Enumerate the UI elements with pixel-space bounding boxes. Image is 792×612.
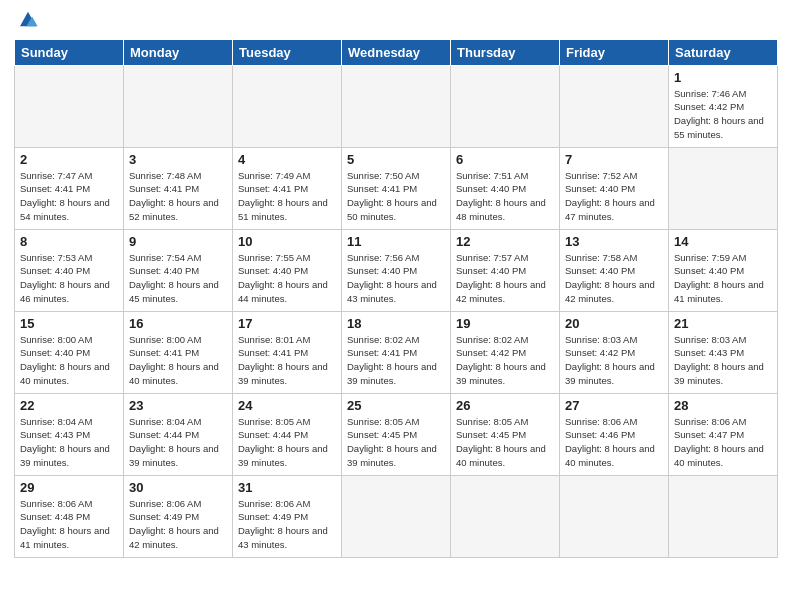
day-number: 13 (565, 234, 663, 249)
calendar-cell: 19Sunrise: 8:02 AMSunset: 4:42 PMDayligh… (451, 311, 560, 393)
calendar-week-3: 8Sunrise: 7:53 AMSunset: 4:40 PMDaylight… (15, 229, 778, 311)
day-number: 30 (129, 480, 227, 495)
sunrise-label: Sunrise: 7:49 AM (238, 170, 310, 181)
calendar-cell: 22Sunrise: 8:04 AMSunset: 4:43 PMDayligh… (15, 393, 124, 475)
day-info: Sunrise: 8:05 AMSunset: 4:45 PMDaylight:… (347, 415, 445, 470)
daylight-label: Daylight: 8 hours and 39 minutes. (238, 443, 328, 468)
day-info: Sunrise: 7:58 AMSunset: 4:40 PMDaylight:… (565, 251, 663, 306)
daylight-label: Daylight: 8 hours and 41 minutes. (20, 525, 110, 550)
daylight-label: Daylight: 8 hours and 55 minutes. (674, 115, 764, 140)
sunrise-label: Sunrise: 8:06 AM (238, 498, 310, 509)
calendar-week-2: 2Sunrise: 7:47 AMSunset: 4:41 PMDaylight… (15, 147, 778, 229)
sunset-label: Sunset: 4:40 PM (565, 183, 635, 194)
sunrise-label: Sunrise: 7:58 AM (565, 252, 637, 263)
sunset-label: Sunset: 4:40 PM (129, 265, 199, 276)
sunset-label: Sunset: 4:46 PM (565, 429, 635, 440)
calendar-cell: 17Sunrise: 8:01 AMSunset: 4:41 PMDayligh… (233, 311, 342, 393)
day-info: Sunrise: 8:06 AMSunset: 4:49 PMDaylight:… (238, 497, 336, 552)
daylight-label: Daylight: 8 hours and 39 minutes. (674, 361, 764, 386)
daylight-label: Daylight: 8 hours and 40 minutes. (565, 443, 655, 468)
day-number: 9 (129, 234, 227, 249)
day-info: Sunrise: 8:02 AMSunset: 4:41 PMDaylight:… (347, 333, 445, 388)
day-info: Sunrise: 8:05 AMSunset: 4:45 PMDaylight:… (456, 415, 554, 470)
calendar-cell: 3Sunrise: 7:48 AMSunset: 4:41 PMDaylight… (124, 147, 233, 229)
sunrise-label: Sunrise: 7:50 AM (347, 170, 419, 181)
day-number: 31 (238, 480, 336, 495)
sunrise-label: Sunrise: 7:52 AM (565, 170, 637, 181)
calendar-cell: 23Sunrise: 8:04 AMSunset: 4:44 PMDayligh… (124, 393, 233, 475)
day-number: 6 (456, 152, 554, 167)
daylight-label: Daylight: 8 hours and 45 minutes. (129, 279, 219, 304)
day-number: 2 (20, 152, 118, 167)
calendar-cell: 20Sunrise: 8:03 AMSunset: 4:42 PMDayligh… (560, 311, 669, 393)
sunrise-label: Sunrise: 8:05 AM (238, 416, 310, 427)
day-info: Sunrise: 8:00 AMSunset: 4:41 PMDaylight:… (129, 333, 227, 388)
sunrise-label: Sunrise: 8:04 AM (129, 416, 201, 427)
daylight-label: Daylight: 8 hours and 39 minutes. (565, 361, 655, 386)
day-info: Sunrise: 8:06 AMSunset: 4:46 PMDaylight:… (565, 415, 663, 470)
calendar-cell (124, 65, 233, 147)
sunrise-label: Sunrise: 8:05 AM (456, 416, 528, 427)
calendar-cell: 13Sunrise: 7:58 AMSunset: 4:40 PMDayligh… (560, 229, 669, 311)
calendar-cell: 6Sunrise: 7:51 AMSunset: 4:40 PMDaylight… (451, 147, 560, 229)
day-info: Sunrise: 8:03 AMSunset: 4:42 PMDaylight:… (565, 333, 663, 388)
day-info: Sunrise: 7:50 AMSunset: 4:41 PMDaylight:… (347, 169, 445, 224)
sunrise-label: Sunrise: 8:00 AM (129, 334, 201, 345)
sunset-label: Sunset: 4:40 PM (20, 347, 90, 358)
sunrise-label: Sunrise: 7:47 AM (20, 170, 92, 181)
weekday-header-sunday: Sunday (15, 39, 124, 65)
day-info: Sunrise: 7:52 AMSunset: 4:40 PMDaylight:… (565, 169, 663, 224)
day-info: Sunrise: 7:54 AMSunset: 4:40 PMDaylight:… (129, 251, 227, 306)
day-info: Sunrise: 8:03 AMSunset: 4:43 PMDaylight:… (674, 333, 772, 388)
daylight-label: Daylight: 8 hours and 42 minutes. (129, 525, 219, 550)
daylight-label: Daylight: 8 hours and 52 minutes. (129, 197, 219, 222)
weekday-header-friday: Friday (560, 39, 669, 65)
weekday-header-wednesday: Wednesday (342, 39, 451, 65)
calendar-week-4: 15Sunrise: 8:00 AMSunset: 4:40 PMDayligh… (15, 311, 778, 393)
sunrise-label: Sunrise: 8:06 AM (565, 416, 637, 427)
day-number: 3 (129, 152, 227, 167)
day-info: Sunrise: 8:01 AMSunset: 4:41 PMDaylight:… (238, 333, 336, 388)
day-info: Sunrise: 8:06 AMSunset: 4:48 PMDaylight:… (20, 497, 118, 552)
day-number: 11 (347, 234, 445, 249)
calendar-cell: 9Sunrise: 7:54 AMSunset: 4:40 PMDaylight… (124, 229, 233, 311)
calendar-cell (560, 475, 669, 557)
weekday-header-tuesday: Tuesday (233, 39, 342, 65)
daylight-label: Daylight: 8 hours and 42 minutes. (456, 279, 546, 304)
day-info: Sunrise: 7:57 AMSunset: 4:40 PMDaylight:… (456, 251, 554, 306)
sunrise-label: Sunrise: 7:46 AM (674, 88, 746, 99)
daylight-label: Daylight: 8 hours and 39 minutes. (456, 361, 546, 386)
calendar-week-5: 22Sunrise: 8:04 AMSunset: 4:43 PMDayligh… (15, 393, 778, 475)
sunset-label: Sunset: 4:45 PM (347, 429, 417, 440)
calendar-cell (233, 65, 342, 147)
sunset-label: Sunset: 4:44 PM (238, 429, 308, 440)
sunset-label: Sunset: 4:43 PM (674, 347, 744, 358)
calendar-cell: 18Sunrise: 8:02 AMSunset: 4:41 PMDayligh… (342, 311, 451, 393)
sunset-label: Sunset: 4:40 PM (674, 265, 744, 276)
header (14, 10, 778, 33)
calendar-table: SundayMondayTuesdayWednesdayThursdayFrid… (14, 39, 778, 558)
daylight-label: Daylight: 8 hours and 39 minutes. (347, 361, 437, 386)
calendar-cell (560, 65, 669, 147)
calendar-cell: 7Sunrise: 7:52 AMSunset: 4:40 PMDaylight… (560, 147, 669, 229)
sunset-label: Sunset: 4:42 PM (456, 347, 526, 358)
day-info: Sunrise: 7:48 AMSunset: 4:41 PMDaylight:… (129, 169, 227, 224)
daylight-label: Daylight: 8 hours and 50 minutes. (347, 197, 437, 222)
calendar-cell: 1Sunrise: 7:46 AMSunset: 4:42 PMDaylight… (669, 65, 778, 147)
sunrise-label: Sunrise: 8:04 AM (20, 416, 92, 427)
calendar-cell: 4Sunrise: 7:49 AMSunset: 4:41 PMDaylight… (233, 147, 342, 229)
calendar-cell: 11Sunrise: 7:56 AMSunset: 4:40 PMDayligh… (342, 229, 451, 311)
sunset-label: Sunset: 4:40 PM (456, 265, 526, 276)
calendar-cell: 29Sunrise: 8:06 AMSunset: 4:48 PMDayligh… (15, 475, 124, 557)
day-number: 24 (238, 398, 336, 413)
day-number: 21 (674, 316, 772, 331)
calendar-cell: 8Sunrise: 7:53 AMSunset: 4:40 PMDaylight… (15, 229, 124, 311)
sunrise-label: Sunrise: 8:03 AM (674, 334, 746, 345)
sunrise-label: Sunrise: 7:54 AM (129, 252, 201, 263)
daylight-label: Daylight: 8 hours and 51 minutes. (238, 197, 328, 222)
sunset-label: Sunset: 4:49 PM (129, 511, 199, 522)
daylight-label: Daylight: 8 hours and 40 minutes. (674, 443, 764, 468)
weekday-header-monday: Monday (124, 39, 233, 65)
calendar-cell: 12Sunrise: 7:57 AMSunset: 4:40 PMDayligh… (451, 229, 560, 311)
sunset-label: Sunset: 4:41 PM (20, 183, 90, 194)
